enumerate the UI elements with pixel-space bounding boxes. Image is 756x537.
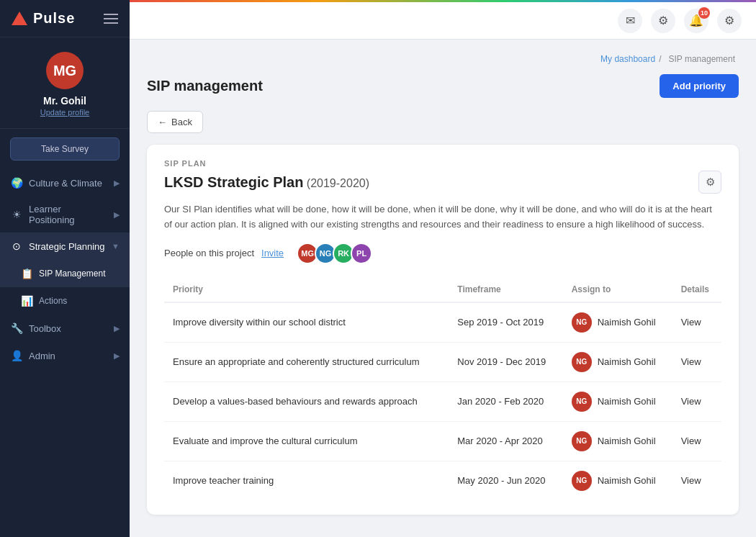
user-section: MG Mr. Gohil Update profile — [0, 37, 130, 129]
sip-plan-title-group: LKSD Strategic Plan (2019-2020) — [164, 174, 369, 191]
breadcrumb-current: SIP management — [668, 54, 735, 64]
avatar-4: PL — [351, 243, 372, 264]
cell-details[interactable]: View — [672, 302, 721, 343]
col-timeframe: Timeframe — [449, 277, 562, 302]
back-label: Back — [171, 117, 192, 127]
sip-plan-year: (2019-2020) — [307, 177, 369, 189]
sip-icon: 📋 — [20, 267, 33, 280]
priority-table: Priority Timeframe Assign to Details Imp… — [164, 277, 721, 500]
strategic-icon: ⊙ — [10, 240, 23, 253]
user-name: Mr. Gohil — [43, 95, 86, 107]
cell-priority: Ensure an appropriate and coherently str… — [164, 342, 449, 382]
notification-badge: 10 — [698, 7, 710, 19]
breadcrumb: My dashboard / SIP management — [147, 54, 739, 64]
cell-priority: Develop a values-based behaviours and re… — [164, 382, 449, 421]
cell-details[interactable]: View — [672, 342, 721, 382]
logo: Pulse — [12, 10, 75, 27]
nav-section: 🌍 Culture & Climate ▶ ☀ Learner Position… — [0, 169, 130, 537]
cell-timeframe: Mar 2020 - Apr 2020 — [449, 421, 562, 461]
col-details: Details — [672, 277, 721, 302]
cell-assign: NGNaimish Gohil — [563, 461, 672, 500]
table-row: Evaluate and improve the cultural curric… — [164, 421, 721, 461]
sidebar-item-label: Strategic Planning — [29, 241, 105, 252]
settings-icon-button[interactable]: ⚙ — [651, 9, 675, 33]
people-row: People on this project Invite MG NG RK P… — [164, 243, 721, 264]
content-area: My dashboard / SIP management SIP manage… — [130, 40, 756, 537]
back-button[interactable]: ← Back — [147, 111, 203, 133]
actions-icon: 📊 — [20, 294, 33, 307]
sidebar-item-label: Culture & Climate — [29, 178, 102, 189]
logo-icon — [12, 12, 27, 25]
assign-name: Naimish Gohil — [598, 396, 656, 407]
sidebar-item-label: SIP Management — [39, 268, 106, 279]
cell-timeframe: Jan 2020 - Feb 2020 — [449, 382, 562, 421]
assign-avatar: NG — [572, 312, 592, 333]
back-arrow-icon: ← — [158, 117, 167, 127]
add-priority-button[interactable]: Add priority — [660, 74, 739, 98]
toolbox-icon: 🔧 — [10, 322, 23, 335]
cell-details[interactable]: View — [672, 382, 721, 421]
invite-link[interactable]: Invite — [261, 248, 284, 258]
sip-card: SIP PLAN LKSD Strategic Plan (2019-2020)… — [147, 145, 739, 515]
main-area: ✉ ⚙ 🔔 10 ⚙ My dashboard / SIP management… — [130, 0, 756, 537]
table-row: Develop a values-based behaviours and re… — [164, 382, 721, 421]
col-priority: Priority — [164, 277, 449, 302]
table-header-row: Priority Timeframe Assign to Details — [164, 277, 721, 302]
assign-name: Naimish Gohil — [598, 475, 656, 486]
chevron-icon: ▶ — [114, 324, 120, 333]
cell-timeframe: Sep 2019 - Oct 2019 — [449, 302, 562, 343]
cell-details[interactable]: View — [672, 461, 721, 500]
notifications-icon-button[interactable]: 🔔 10 — [684, 9, 708, 33]
sidebar-item-label: Actions — [39, 296, 67, 306]
sip-settings-button[interactable]: ⚙ — [698, 171, 721, 194]
sidebar-item-sip[interactable]: 📋 SIP Management — [0, 260, 130, 287]
page-title: SIP management — [147, 78, 263, 94]
breadcrumb-separator: / — [659, 54, 661, 64]
cell-priority: Improve diversity within our school dist… — [164, 302, 449, 343]
sidebar-item-actions[interactable]: 📊 Actions — [0, 287, 130, 315]
sidebar-item-admin[interactable]: 👤 Admin ▶ — [0, 342, 130, 369]
sidebar: Pulse MG Mr. Gohil Update profile Take S… — [0, 0, 130, 537]
gear-icon-button[interactable]: ⚙ — [717, 9, 742, 33]
sidebar-item-learner[interactable]: ☀ Learner Positioning ▶ — [0, 197, 130, 233]
update-profile-link[interactable]: Update profile — [40, 108, 90, 117]
avatar: MG — [46, 52, 84, 89]
chevron-icon: ▶ — [114, 210, 120, 220]
cell-assign: NGNaimish Gohil — [563, 382, 672, 421]
cell-timeframe: Nov 2019 - Dec 2019 — [449, 342, 562, 382]
sip-plan-title-row: LKSD Strategic Plan (2019-2020) ⚙ — [164, 171, 721, 194]
sidebar-item-culture[interactable]: 🌍 Culture & Climate ▶ — [0, 169, 130, 197]
email-icon-button[interactable]: ✉ — [618, 9, 642, 33]
avatars-group: MG NG RK PL — [297, 243, 372, 264]
admin-icon: 👤 — [10, 349, 23, 362]
chevron-down-icon: ▼ — [112, 242, 120, 251]
sidebar-item-label: Admin — [29, 351, 55, 361]
hamburger-button[interactable] — [104, 14, 118, 24]
assign-name: Naimish Gohil — [598, 356, 656, 367]
breadcrumb-home[interactable]: My dashboard — [600, 54, 655, 64]
cell-assign: NGNaimish Gohil — [563, 342, 672, 382]
user-initials: MG — [53, 63, 76, 79]
sip-plan-label: SIP PLAN — [164, 159, 721, 168]
table-row: Improve teacher trainingMay 2020 - Jun 2… — [164, 461, 721, 500]
topbar: ✉ ⚙ 🔔 10 ⚙ — [130, 2, 756, 40]
sidebar-item-toolbox[interactable]: 🔧 Toolbox ▶ — [0, 315, 130, 342]
culture-icon: 🌍 — [10, 176, 23, 189]
logo-text: Pulse — [33, 10, 75, 27]
take-survey-button[interactable]: Take Survey — [10, 137, 120, 161]
assign-name: Naimish Gohil — [598, 436, 656, 446]
learner-icon: ☀ — [10, 208, 23, 221]
content-header: SIP management Add priority — [147, 74, 739, 98]
assign-avatar: NG — [572, 392, 592, 412]
sidebar-item-strategic[interactable]: ⊙ Strategic Planning ▼ — [0, 233, 130, 260]
sip-plan-title: LKSD Strategic Plan — [164, 174, 303, 190]
cell-details[interactable]: View — [672, 421, 721, 461]
sip-description: Our SI Plan identifies what will be done… — [164, 202, 721, 233]
cell-timeframe: May 2020 - Jun 2020 — [449, 461, 562, 500]
people-label: People on this project — [164, 248, 254, 258]
cell-assign: NGNaimish Gohil — [563, 302, 672, 343]
chevron-icon: ▶ — [114, 179, 120, 188]
chevron-icon: ▶ — [114, 351, 120, 361]
sidebar-item-label: Learner Positioning — [29, 204, 108, 225]
assign-name: Naimish Gohil — [598, 317, 656, 328]
